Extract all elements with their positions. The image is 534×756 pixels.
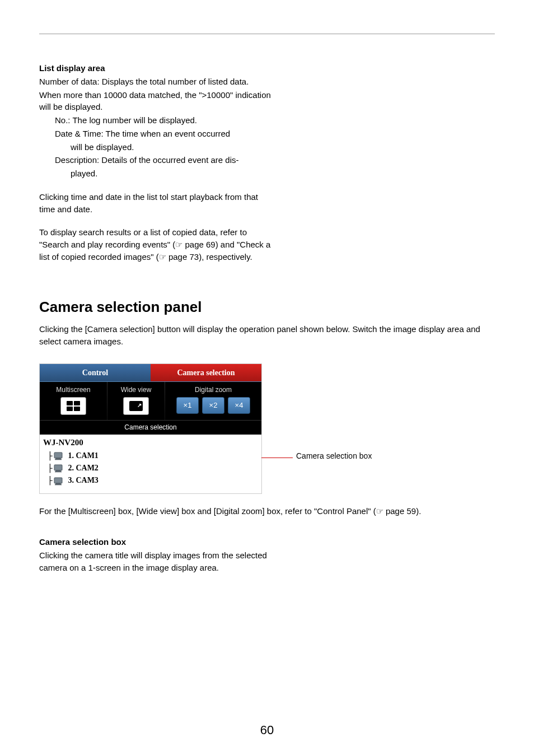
refmark-icon: ☞ (175, 240, 182, 249)
svg-rect-2 (54, 478, 62, 483)
camera-item-1[interactable]: ├ 1. CAM1 (48, 450, 258, 461)
callout: Camera selection box (262, 363, 495, 494)
camera-item-label: 3. CAM3 (68, 475, 98, 486)
multiscreen-icon (67, 401, 80, 411)
page-number: 60 (0, 721, 534, 739)
tree-branch-icon: ├ (48, 475, 52, 486)
camera-icon (53, 477, 65, 486)
zoom-x4-button[interactable]: ×4 (228, 397, 250, 414)
tab-camera-selection[interactable]: Camera selection (151, 364, 261, 382)
digitalzoom-label: Digital zoom (165, 385, 261, 395)
list-display-heading: List display area (39, 62, 274, 74)
list-para3: To display search results or a list of c… (39, 226, 274, 263)
divider (39, 34, 495, 34)
camsel-box-heading: Camera selection box (39, 536, 274, 548)
camera-selection-box: WJ-NV200 ├ 1. CAM1 ├ 2. CAM2 (40, 435, 261, 493)
list-desc-line2: played. (71, 167, 274, 180)
arrow-icon: ↗ (137, 402, 142, 410)
section-footer-a: For the [Multiscreen] box, [Wide view] b… (39, 506, 376, 516)
tab-control[interactable]: Control (40, 364, 151, 382)
list-datetime-line1: Date & Time: The time when an event occu… (55, 128, 274, 140)
section-footer-b: page 59). (383, 506, 421, 516)
multiscreen-label: Multiscreen (40, 385, 107, 395)
camera-item-label: 1. CAM1 (68, 450, 98, 461)
device-name: WJ-NV200 (43, 437, 258, 449)
list-desc-line1: Description: Details of the occurred eve… (55, 154, 274, 166)
multiscreen-button[interactable] (60, 397, 86, 415)
camsel-box-body: Clicking the camera title will display i… (39, 549, 274, 574)
list-display-line2: When more than 10000 data matched, the "… (39, 89, 274, 114)
camera-item-label: 2. CAM2 (68, 463, 98, 474)
list-no-label: No.: The log number will be displayed. (55, 114, 274, 127)
zoom-x2-button[interactable]: ×2 (202, 397, 224, 414)
list-para2: Clicking time and date in the list tol s… (39, 191, 274, 216)
camera-selection-heading: Camera selection (40, 420, 261, 435)
camera-selection-panel: Control Camera selection Multiscreen Wid… (39, 363, 262, 494)
callout-label: Camera selection box (296, 450, 372, 461)
section-title: Camera selection panel (39, 297, 495, 318)
svg-rect-1 (54, 465, 62, 470)
refmark-icon: ☞ (159, 252, 166, 262)
section-intro: Clicking the [Camera selection] button w… (39, 323, 495, 348)
callout-line (261, 458, 293, 458)
wideview-label: Wide view (107, 385, 165, 395)
camera-item-3[interactable]: ├ 3. CAM3 (48, 475, 258, 486)
tabs: Control Camera selection (40, 364, 261, 382)
tree-branch-icon: ├ (48, 463, 52, 474)
camera-icon (53, 451, 65, 460)
camera-item-2[interactable]: ├ 2. CAM2 (48, 463, 258, 474)
zoom-x1-button[interactable]: ×1 (176, 397, 199, 414)
section-footer: For the [Multiscreen] box, [Wide view] b… (39, 505, 495, 517)
camera-icon (53, 464, 65, 473)
wideview-icon: ↗ (129, 401, 143, 411)
tree-branch-icon: ├ (48, 450, 52, 461)
svg-rect-0 (54, 452, 62, 458)
list-display-line1: Number of data: Displays the total numbe… (39, 76, 274, 88)
wideview-button[interactable]: ↗ (123, 397, 149, 415)
list-datetime-line2: will be displayed. (71, 141, 274, 153)
list-para3c: page 73), respectively. (166, 252, 252, 262)
refmark-icon: ☞ (376, 506, 383, 516)
